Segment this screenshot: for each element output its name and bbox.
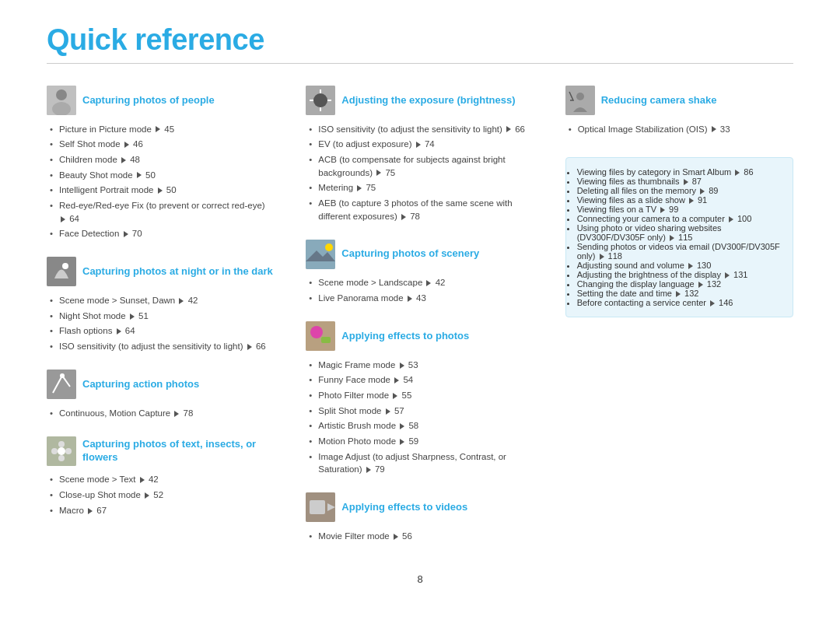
section-header-video-effects: Applying effects to videos [306,492,534,522]
section-header-night: Capturing photos at night or in the dark [47,257,275,286]
list-item: Artistic Brush mode 58 [309,419,534,434]
list-item: Scene mode > Sunset, Dawn 42 [50,292,275,308]
list-item: Changing the display language 132 [577,279,782,289]
section-header-scenery: Capturing photos of scenery [306,240,534,269]
section-exposure: Adjusting the exposure (brightness) ISO … [306,86,534,224]
section-header-people: Capturing photos of people [47,86,275,115]
info-box: Viewing files by category in Smart Album… [565,157,793,317]
video-icon [306,492,335,522]
section-icon-video-effects [306,492,335,522]
list-item: Intelligent Portrait mode 50 [50,183,275,198]
list-item: Live Panorama mode 43 [309,290,534,306]
info-box-list: Viewing files by category in Smart Album… [577,167,782,307]
section-list-text: Scene mode > Text 42Close-up Shot mode 5… [50,472,275,518]
section-list-shake: Optical Image Stabilization (OIS) 33 [569,121,793,137]
section-effects: Applying effects to photos Magic Frame m… [306,321,534,477]
section-list-effects: Magic Frame mode 53Funny Face mode 54Pho… [309,357,534,477]
list-item: Sending photos or videos via email (DV30… [577,242,782,261]
list-item: Flash options 64 [50,324,275,339]
list-item: Close-up Shot mode 52 [50,487,275,503]
section-title-scenery: Capturing photos of scenery [341,247,479,261]
section-header-text: Capturing photos of text, insects, or fl… [47,436,275,466]
list-item: AEB (to capture 3 photos of the same sce… [309,195,534,223]
column-2: Adjusting the exposure (brightness) ISO … [306,86,534,559]
list-item: Split Shot mode 57 [309,403,534,419]
night-icon [47,257,76,286]
section-icon-night [47,257,76,286]
section-title-video-effects: Applying effects to videos [341,501,467,514]
section-people: Capturing photos of people Picture in Pi… [47,86,275,241]
section-header-shake: Reducing camera shake [565,86,793,115]
section-action: Capturing action photos Continuous, Moti… [47,370,275,421]
list-item: Viewing files as a slide show 91 [577,195,782,205]
list-item: Using photo or video sharing websites (D… [577,223,782,242]
list-item: Viewing files on a TV 99 [577,205,782,214]
column-3: Reducing camera shake Optical Image Stab… [565,86,793,559]
action-icon [47,370,76,399]
list-item: Picture in Picture mode 45 [50,121,275,137]
section-title-night: Capturing photos at night or in the dark [82,265,273,278]
page-number: 8 [47,573,793,585]
title-divider [47,63,793,64]
list-item: ACB (to compensate for subjects against … [309,152,534,180]
list-item: Viewing files by category in Smart Album… [577,167,782,177]
list-item: Setting the date and time 132 [577,289,782,298]
list-item: Adjusting sound and volume 130 [577,261,782,270]
section-night: Capturing photos at night or in the dark… [47,257,275,354]
content-grid: Capturing photos of people Picture in Pi… [47,86,793,559]
section-title-effects: Applying effects to photos [341,330,469,343]
list-item: ISO sensitivity (to adjust the sensitivi… [50,338,275,354]
section-title-exposure: Adjusting the exposure (brightness) [341,94,515,107]
section-title-people: Capturing photos of people [82,94,215,107]
list-item: Connecting your camera to a computer 100 [577,214,782,223]
section-list-exposure: ISO sensitivity (to adjust the sensitivi… [309,121,534,224]
list-item: Children mode 48 [50,152,275,167]
section-text: Capturing photos of text, insects, or fl… [47,436,275,518]
section-list-action: Continuous, Motion Capture 78 [50,405,275,421]
list-item: Scene mode > Text 42 [50,472,275,488]
list-item: Deleting all files on the memory 89 [577,186,782,195]
list-item: Photo Filter mode 55 [309,387,534,403]
effects-icon [306,321,335,351]
section-list-night: Scene mode > Sunset, Dawn 42Night Shot m… [50,292,275,354]
list-item: Macro 67 [50,503,275,518]
list-item: Night Shot mode 51 [50,308,275,324]
section-shake: Reducing camera shake Optical Image Stab… [565,86,793,137]
list-item: Self Shot mode 46 [50,137,275,152]
list-item: Viewing files as thumbnails 87 [577,177,782,186]
section-icon-people [47,86,76,115]
section-header-effects: Applying effects to photos [306,321,534,351]
section-title-text: Capturing photos of text, insects, or fl… [82,438,275,464]
section-video-effects: Applying effects to videos Movie Filter … [306,492,534,544]
list-item: Movie Filter mode 56 [309,528,534,544]
person-icon [47,86,76,115]
section-icon-exposure [306,86,335,115]
section-icon-text [47,436,76,466]
section-icon-scenery [306,240,335,269]
section-list-scenery: Scene mode > Landscape 42Live Panorama m… [309,275,534,306]
scenery-icon [306,240,335,269]
list-item: Face Detection 70 [50,226,275,242]
exposure-icon [306,86,335,115]
section-icon-action [47,370,76,399]
section-title-shake: Reducing camera shake [601,94,717,107]
section-title-action: Capturing action photos [82,378,199,391]
column-1: Capturing photos of people Picture in Pi… [47,86,275,559]
section-icon-shake [565,86,595,115]
list-item: EV (to adjust exposure) 74 [309,137,534,152]
page-title: Quick reference [47,23,793,57]
shake-icon [565,86,595,115]
flower-icon [47,436,76,466]
list-item: Adjusting the brightness of the display … [577,270,782,279]
list-item: Magic Frame mode 53 [309,357,534,373]
list-item: Continuous, Motion Capture 78 [50,405,275,421]
list-item: Metering 75 [309,180,534,196]
list-item: Motion Photo mode 59 [309,433,534,449]
list-item: ISO sensitivity (to adjust the sensitivi… [309,121,534,137]
list-item: Before contacting a service center 146 [577,298,782,307]
list-item: Beauty Shot mode 50 [50,167,275,183]
list-item: Optical Image Stabilization (OIS) 33 [569,121,793,137]
list-item: Red-eye/Red-eye Fix (to prevent or corre… [50,198,275,226]
list-item: Funny Face mode 54 [309,373,534,388]
list-item: Scene mode > Landscape 42 [309,275,534,291]
